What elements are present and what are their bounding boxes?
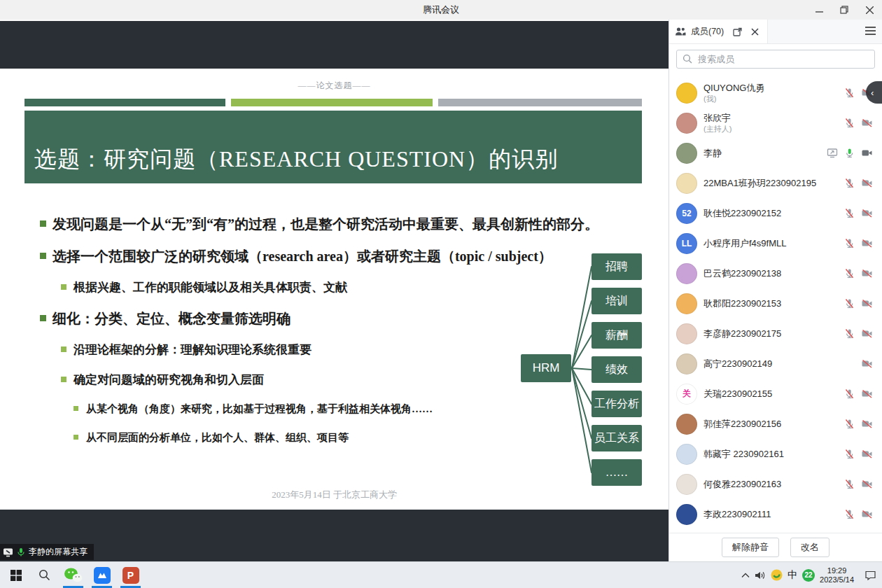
- camera-icon: [861, 148, 873, 158]
- volume-icon[interactable]: [755, 570, 766, 580]
- member-row[interactable]: 巴云鹤2230902138: [669, 258, 882, 288]
- member-status: [844, 178, 873, 188]
- member-name: 李静: [704, 148, 722, 159]
- powerpoint-icon: P: [122, 567, 139, 584]
- tencent-meeting-icon: [94, 567, 111, 584]
- members-icon: [675, 27, 686, 36]
- minimize-icon: [816, 6, 823, 14]
- rename-button[interactable]: 改名: [790, 538, 830, 557]
- member-name: 何俊雅2230902163: [704, 479, 781, 490]
- member-name: 李政2230902111: [704, 509, 771, 520]
- avatar: [676, 173, 697, 194]
- camera-off-icon: [861, 449, 873, 459]
- search-members-input[interactable]: [676, 50, 875, 69]
- accent-bar-gray: [438, 99, 642, 106]
- member-role: (我): [704, 94, 764, 104]
- taskbar-search-button[interactable]: [30, 562, 59, 588]
- close-icon: [866, 6, 874, 14]
- avatar: LL: [676, 233, 697, 254]
- accent-bar-lightgreen: [231, 99, 433, 106]
- member-row[interactable]: 郭佳萍2230902156: [669, 409, 882, 439]
- restore-button[interactable]: [832, 0, 857, 20]
- hidden-icons-chevron[interactable]: [741, 573, 750, 578]
- member-status: [827, 148, 873, 158]
- member-name: 22MBA1班孙玥2230902195: [704, 178, 816, 189]
- tab-members[interactable]: 成员(70): [669, 20, 768, 43]
- member-name: 耿佳悦2230902152: [704, 208, 781, 219]
- camera-off-icon: [861, 358, 873, 369]
- notification-center-button[interactable]: [864, 570, 876, 580]
- members-tab-label: 成员(70): [691, 26, 724, 38]
- close-button[interactable]: [857, 0, 882, 20]
- mic-muted-icon: [844, 328, 855, 339]
- avatar: [676, 83, 697, 104]
- hrm-node: ……: [592, 459, 642, 486]
- member-row[interactable]: 52 耿佳悦2230902152: [669, 198, 882, 228]
- taskbar-wechat-button[interactable]: [59, 562, 88, 588]
- member-name: 郭佳萍2230902156: [704, 419, 781, 430]
- mic-muted-icon: [844, 479, 855, 489]
- hrm-root-node: HRM: [521, 354, 571, 382]
- minimize-button[interactable]: [806, 0, 832, 20]
- avatar: [676, 504, 697, 525]
- camera-off-icon: [861, 208, 873, 218]
- camera-off-icon: [861, 419, 873, 429]
- unmute-button[interactable]: 解除静音: [722, 538, 779, 557]
- mic-muted-icon: [844, 118, 855, 128]
- popout-panel-icon[interactable]: [733, 27, 743, 36]
- member-status: [844, 419, 873, 429]
- member-list: QIUYONG仇勇 (我): [669, 74, 882, 533]
- member-name: 关瑞2230902155: [704, 388, 772, 400]
- member-status: [844, 328, 873, 339]
- avatar: [676, 323, 697, 344]
- share-banner-label: 李静的屏幕共享: [29, 546, 88, 558]
- member-status: [844, 268, 873, 279]
- member-row[interactable]: 何俊雅2230902163: [669, 469, 882, 499]
- member-name: 李彦静2230902175: [704, 328, 781, 340]
- member-status: [844, 238, 873, 248]
- member-row[interactable]: 耿郡阳2230902153: [669, 288, 882, 318]
- member-row[interactable]: 韩藏宇 2230902161: [669, 439, 882, 469]
- member-status: [844, 509, 873, 519]
- member-row[interactable]: 张欣宇 (主持人): [669, 108, 882, 138]
- mic-muted-icon: [844, 449, 855, 459]
- clock[interactable]: 19:29 2023/5/14: [820, 566, 854, 584]
- screen-share-banner: 李静的屏幕共享: [0, 544, 94, 560]
- camera-off-icon: [861, 479, 873, 489]
- member-row[interactable]: QIUYONG仇勇 (我): [669, 78, 882, 108]
- member-row[interactable]: 高宁2230902149: [669, 349, 882, 379]
- member-row[interactable]: LL 小程序用户f4s9fMLL: [669, 228, 882, 258]
- member-row[interactable]: 李彦静2230902175: [669, 318, 882, 349]
- member-row[interactable]: 关 关瑞2230902155: [669, 379, 882, 409]
- window-controls: [806, 0, 882, 20]
- avatar: [676, 444, 697, 465]
- member-status: [844, 479, 873, 489]
- member-row[interactable]: 22MBA1班孙玥2230902195: [669, 168, 882, 198]
- camera-off-icon: [861, 298, 873, 309]
- window-titlebar: 腾讯会议: [0, 0, 882, 20]
- member-row[interactable]: 李静: [669, 138, 882, 168]
- antivirus-tray-icon[interactable]: [771, 569, 783, 581]
- member-row[interactable]: 李政2230902111: [669, 499, 882, 529]
- ime-indicator[interactable]: 中: [788, 569, 797, 582]
- tray-badge[interactable]: 22: [802, 569, 815, 582]
- accent-bar-green: [24, 99, 225, 106]
- avatar: [676, 143, 697, 164]
- taskbar-meeting-button[interactable]: [88, 562, 116, 588]
- mic-muted-icon: [844, 88, 855, 98]
- avatar: [676, 474, 697, 495]
- slide-title-block: 选题：研究问题（RESEARCH QUESTION）的识别: [24, 111, 642, 183]
- search-icon: [682, 54, 692, 64]
- avatar: [676, 414, 697, 435]
- mic-muted-icon: [844, 509, 855, 519]
- camera-off-icon: [861, 328, 873, 339]
- member-status: [861, 358, 873, 369]
- panel-menu-icon[interactable]: [865, 27, 876, 35]
- member-status: [844, 298, 873, 309]
- wechat-icon: [64, 567, 83, 584]
- taskbar-powerpoint-button[interactable]: P: [116, 562, 145, 588]
- close-panel-icon[interactable]: [751, 28, 759, 36]
- camera-off-icon: [861, 268, 873, 279]
- start-button[interactable]: [1, 562, 30, 588]
- clock-time: 19:29: [827, 566, 847, 575]
